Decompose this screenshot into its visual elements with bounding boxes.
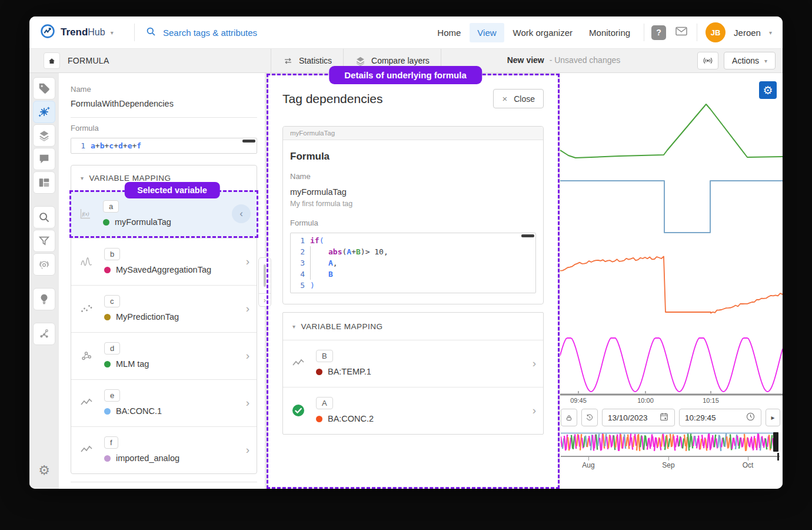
tag-name: BA:CONC.2	[328, 414, 374, 423]
month-label: Aug	[582, 461, 594, 469]
aggregation-icon	[79, 254, 94, 269]
search-icon	[38, 211, 51, 224]
time-field[interactable]: 10:29:45	[679, 409, 761, 426]
overview-context-bar[interactable]	[561, 432, 778, 452]
variable-mapping-card: ▾ VARIABLE MAPPING BBA:TEMP.1›ABA:CONC.2…	[282, 312, 544, 435]
home-button[interactable]	[44, 52, 60, 69]
code-line: 5)	[291, 280, 535, 291]
app-window: TrendHub ▾ Search tags & attributes Home…	[29, 16, 783, 489]
chevron-right-icon[interactable]: ›	[246, 350, 249, 361]
name-label: Name	[71, 85, 257, 94]
variable-row-a[interactable]: f(x)amyFormulaTag‹Selected variable	[69, 190, 258, 238]
variable-row-b[interactable]: bMySavedAggregationTag›	[71, 238, 257, 285]
chevron-down-icon[interactable]: ▾	[769, 29, 772, 36]
code-token: )	[361, 247, 365, 256]
current-position-marker[interactable]	[777, 453, 779, 461]
variable-row-e[interactable]: eBA:CONC.1›	[71, 379, 257, 426]
chevron-right-icon[interactable]: ›	[246, 397, 249, 408]
mail-icon[interactable]	[674, 24, 688, 41]
lightbulb-sidebar-button[interactable]	[33, 288, 55, 310]
history-button[interactable]	[581, 409, 598, 426]
date-field[interactable]: 13/10/2023	[602, 409, 675, 426]
actions-label: Actions	[732, 56, 759, 65]
expand-panel-button[interactable]: ›	[259, 293, 271, 306]
comment-sidebar-button[interactable]	[33, 148, 55, 170]
collapse-details-button[interactable]: ‹	[232, 204, 251, 223]
breadcrumb: FORMULA	[68, 56, 109, 65]
workspace-middle: Tag dependencies × Close myFormulaTag Fo…	[265, 73, 560, 489]
chevron-right-icon[interactable]: ›	[246, 444, 249, 455]
month-label: Oct	[743, 461, 754, 469]
help-button[interactable]: ?	[651, 25, 666, 40]
caret-right-icon: ▸	[771, 413, 774, 422]
overview-strip	[561, 432, 778, 452]
filter-sidebar-button[interactable]	[33, 230, 55, 252]
lock-button[interactable]	[561, 409, 577, 426]
gear-icon: ⚙	[763, 84, 773, 97]
tag-description: My first formula tag	[290, 200, 536, 208]
network-sidebar-button[interactable]	[33, 323, 55, 345]
search-input[interactable]: Search tags & attributes	[135, 26, 430, 39]
code-token: A	[328, 259, 333, 267]
tag-color-dot	[104, 267, 111, 273]
search-placeholder: Search tags & attributes	[163, 28, 257, 38]
nav-item-monitoring[interactable]: Monitoring	[581, 23, 638, 42]
code-token	[310, 257, 328, 269]
tag-color-dot	[104, 314, 111, 320]
variable-row-A[interactable]: ABA:CONC.2›	[283, 387, 543, 434]
live-broadcast-button[interactable]	[697, 52, 718, 69]
grip-icon	[264, 264, 266, 287]
variable-mapping-title: VARIABLE MAPPING	[301, 322, 383, 331]
editor-scrollbar[interactable]	[242, 140, 255, 143]
code-token: +	[351, 247, 356, 256]
dashboard-sidebar-button[interactable]	[33, 171, 55, 194]
annotation-badge: Details of underlying formula	[329, 66, 482, 84]
nav-item-work-organizer[interactable]: Work organizer	[505, 23, 580, 42]
code-token: if	[310, 236, 320, 245]
formula-icon	[38, 105, 51, 118]
range-handle[interactable]	[773, 432, 778, 452]
chevron-right-icon[interactable]: ›	[533, 357, 536, 369]
code-token: abs	[328, 247, 342, 256]
content-area: ⚙ Name FormulaWithDependencies Formula 1…	[29, 73, 783, 489]
code-token: ,	[333, 259, 338, 267]
panel-resize-handle[interactable]: ›	[258, 257, 271, 307]
nav-item-view[interactable]: View	[470, 23, 504, 42]
variable-row-f[interactable]: fimported_analog›	[71, 426, 257, 473]
chevron-down-icon: ▾	[764, 58, 767, 64]
variable-row-B[interactable]: BBA:TEMP.1›	[283, 340, 543, 387]
step-forward-button[interactable]: ▸	[766, 409, 780, 426]
settings-sidebar-button[interactable]: ⚙	[33, 459, 55, 482]
search-sidebar-button[interactable]	[33, 206, 55, 228]
chevron-right-icon[interactable]: ›	[246, 303, 249, 314]
chart-panel: ⚙ 09:4510:0010:15 13/10/2023	[560, 73, 783, 489]
fingerprint-sidebar-button[interactable]	[33, 253, 55, 276]
line-number: 2	[291, 246, 310, 257]
formula-code-editor[interactable]: 1a+b+c+d+e+f	[71, 138, 257, 154]
chevron-right-icon[interactable]: ›	[533, 405, 536, 416]
view-title: New view - Unsaved changes	[507, 55, 621, 65]
nav-item-home[interactable]: Home	[430, 23, 468, 42]
dependency-code-editor[interactable]: 1if(2abs(A+B)> 10,3A,4B5)	[290, 233, 536, 293]
formula-label: Formula	[71, 124, 257, 132]
chart-settings-button[interactable]: ⚙	[759, 81, 777, 99]
tag-sidebar-button[interactable]	[33, 77, 55, 100]
layers-sidebar-button[interactable]	[33, 124, 55, 147]
formula-sidebar-button[interactable]	[33, 101, 55, 123]
variable-row-c[interactable]: cMyPredictionTag›	[71, 285, 257, 332]
code-token: +	[123, 141, 128, 150]
actions-button[interactable]: Actions ▾	[724, 52, 776, 69]
line-number: 1	[71, 140, 91, 151]
avatar[interactable]: JB	[705, 22, 726, 42]
variable-mapping-header[interactable]: ▾ VARIABLE MAPPING	[283, 313, 543, 340]
chevron-down-icon[interactable]: ▾	[111, 29, 114, 36]
close-button[interactable]: × Close	[493, 89, 544, 108]
chevron-right-icon[interactable]: ›	[246, 256, 249, 267]
formula-panel: Name FormulaWithDependencies Formula 1a+…	[59, 73, 265, 489]
variable-row-d[interactable]: dMLM tag›	[71, 332, 257, 379]
annotation-badge: Selected variable	[124, 182, 220, 198]
trend-chart	[560, 73, 783, 396]
editor-scrollbar[interactable]	[521, 234, 534, 237]
code-token: +	[95, 141, 100, 150]
app-logo[interactable]: TrendHub ▾	[29, 24, 134, 41]
